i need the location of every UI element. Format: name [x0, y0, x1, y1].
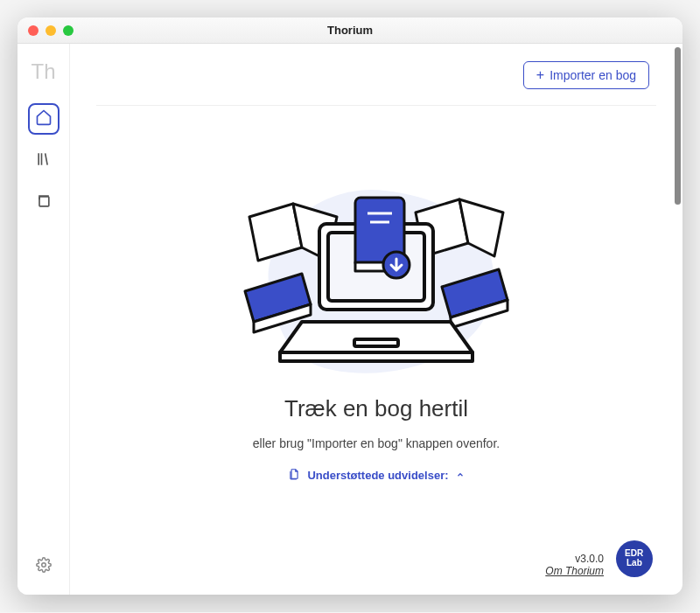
nav-home[interactable] — [28, 103, 60, 135]
scrollbar[interactable] — [675, 47, 681, 205]
fullscreen-window-button[interactable] — [63, 25, 74, 36]
books-icon — [35, 150, 52, 171]
svg-point-1 — [41, 563, 46, 568]
window-controls — [28, 25, 74, 36]
import-button-label: Importer en bog — [550, 68, 636, 82]
empty-state-headline: Træk en bog hertil — [284, 395, 468, 422]
nav-catalogs[interactable] — [28, 187, 60, 219]
app-window: Thorium Th — [18, 17, 682, 595]
sidebar: Th — [18, 44, 70, 595]
window-title: Thorium — [327, 24, 373, 37]
svg-rect-4 — [354, 339, 398, 346]
app-logo: Th — [31, 59, 55, 84]
empty-state: Træk en bog hertil eller brug "Importer … — [96, 106, 656, 532]
supported-extensions-toggle[interactable]: Understøttede udvidelser: — [288, 468, 464, 483]
main-content: + Importer en bog — [70, 44, 682, 595]
svg-text:EDR: EDR — [625, 548, 644, 558]
nav-settings[interactable] — [28, 551, 60, 582]
import-book-button[interactable]: + Importer en bog — [523, 61, 649, 89]
about-link[interactable]: Om Thorium — [545, 565, 604, 577]
svg-text:Lab: Lab — [626, 558, 642, 568]
window-body: Th — [18, 44, 682, 595]
nav-library[interactable] — [28, 145, 60, 177]
plus-icon: + — [536, 68, 544, 82]
version-label: v3.0.0 — [545, 553, 604, 565]
drag-drop-illustration — [219, 164, 534, 383]
titlebar: Thorium — [18, 17, 682, 44]
close-window-button[interactable] — [28, 25, 38, 36]
gear-icon — [36, 557, 52, 576]
document-icon — [288, 468, 300, 483]
home-icon — [35, 108, 52, 129]
svg-rect-0 — [39, 197, 49, 206]
minimize-window-button[interactable] — [46, 25, 56, 36]
toolbar: + Importer en bog — [96, 61, 656, 106]
footer: v3.0.0 Om Thorium EDR Lab — [96, 532, 656, 577]
edrlab-badge[interactable]: EDR Lab — [616, 540, 653, 577]
supported-extensions-label: Understøttede udvidelser: — [307, 469, 448, 482]
chevron-up-icon — [456, 469, 465, 482]
empty-state-subline: eller brug "Importer en bog" knappen ove… — [253, 436, 500, 450]
footer-text: v3.0.0 Om Thorium — [545, 553, 604, 577]
windows-icon — [35, 192, 52, 213]
